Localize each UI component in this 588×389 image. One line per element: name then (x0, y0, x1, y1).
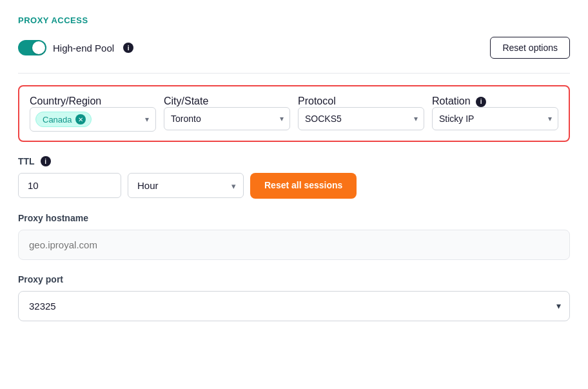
toggle-label: High-end Pool (53, 43, 114, 54)
protocol-select[interactable]: SOCKS5 (298, 107, 424, 130)
proxy-hostname-section: Proxy hostname (18, 213, 570, 260)
ttl-info-icon[interactable]: i (41, 156, 51, 166)
city-state-select[interactable]: Toronto (164, 107, 290, 130)
ttl-row: Hour ▾ Reset all sessions (18, 173, 570, 199)
proxy-hostname-label: Proxy hostname (18, 213, 570, 223)
protocol-column: Protocol SOCKS5 ▾ (298, 95, 424, 132)
rotation-select-wrapper: Sticky IP ▾ (432, 107, 558, 130)
toggle-knob (32, 41, 45, 54)
filter-box: Country/Region Canada ✕ ▾ City/State Tor… (18, 85, 570, 142)
divider (18, 73, 570, 74)
city-state-label: City/State (164, 95, 208, 106)
city-state-select-wrapper: Toronto ▾ (164, 107, 290, 130)
proxy-port-section: Proxy port 32325 12321 10000 ▾ (18, 274, 570, 321)
country-tag-text: Canada (43, 115, 72, 125)
reset-options-button[interactable]: Reset options (490, 37, 570, 59)
proxy-port-select-wrapper: 32325 12321 10000 ▾ (18, 291, 570, 321)
country-region-label: Country/Region (30, 95, 101, 106)
country-chevron-icon: ▾ (145, 115, 149, 124)
reset-all-sessions-button[interactable]: Reset all sessions (250, 173, 357, 199)
toggle-group: High-end Pool i (18, 40, 133, 55)
ttl-label: TTL i (18, 156, 570, 166)
protocol-label: Protocol (298, 95, 336, 106)
rotation-label: Rotation i (432, 95, 486, 106)
rotation-select[interactable]: Sticky IP (432, 107, 558, 130)
rotation-info-icon[interactable]: i (476, 97, 486, 107)
ttl-unit-select-wrapper: Hour ▾ (128, 173, 244, 198)
ttl-unit-select[interactable]: Hour (128, 173, 244, 198)
filter-row: Country/Region Canada ✕ ▾ City/State Tor… (30, 95, 558, 132)
ttl-section: TTL i Hour ▾ Reset all sessions (18, 156, 570, 199)
proxy-hostname-input[interactable] (18, 230, 570, 260)
country-region-select[interactable]: Canada ✕ ▾ (30, 107, 156, 132)
proxy-access-title: PROXY ACCESS (18, 15, 570, 25)
proxy-port-select[interactable]: 32325 12321 10000 (18, 291, 570, 321)
protocol-select-wrapper: SOCKS5 ▾ (298, 107, 424, 130)
country-tag-close-icon[interactable]: ✕ (75, 114, 86, 125)
proxy-port-label: Proxy port (18, 274, 570, 284)
high-end-pool-toggle[interactable] (18, 40, 46, 55)
top-row: High-end Pool i Reset options (18, 37, 570, 59)
high-end-pool-info-icon[interactable]: i (123, 43, 133, 53)
country-region-column: Country/Region Canada ✕ ▾ (30, 95, 156, 132)
rotation-column: Rotation i Sticky IP ▾ (432, 95, 558, 132)
city-state-column: City/State Toronto ▾ (164, 95, 290, 132)
country-tag: Canada ✕ (35, 112, 92, 127)
ttl-value-input[interactable] (18, 173, 121, 198)
